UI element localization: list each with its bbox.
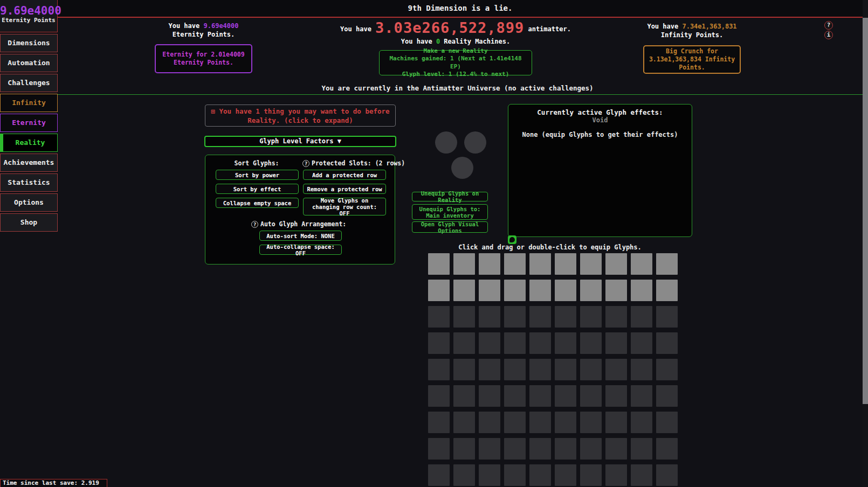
glyph-slot[interactable] [631, 464, 652, 486]
sidebar-item-options[interactable]: Options [0, 193, 58, 212]
glyph-slot[interactable] [580, 438, 602, 460]
sidebar-item-eternity[interactable]: Eternity [0, 114, 58, 132]
unequip-destination-button[interactable]: Unequip Glyphs to: Main inventory [412, 204, 488, 220]
glyph-cosmetics-button[interactable] [508, 235, 516, 244]
glyph-slot[interactable] [428, 306, 450, 328]
protected-glyph-slot[interactable] [656, 253, 678, 275]
question-mark-icon[interactable]: ? [251, 221, 258, 228]
glyph-slot[interactable] [479, 306, 500, 328]
glyph-equip-slot[interactable] [435, 131, 457, 154]
protected-glyph-slot[interactable] [428, 280, 450, 301]
glyph-slot[interactable] [504, 359, 526, 380]
pre-reality-warning[interactable]: ⊞ You have 1 thing you may want to do be… [205, 105, 396, 127]
glyph-slot[interactable] [555, 306, 576, 328]
glyph-slot[interactable] [605, 359, 627, 380]
unequip-on-reality-button[interactable]: Unequip Glyphs on Reality [412, 192, 488, 201]
glyph-slot[interactable] [453, 412, 475, 433]
protected-glyph-slot[interactable] [605, 253, 627, 275]
glyph-slot[interactable] [428, 412, 450, 433]
protected-glyph-slot[interactable] [428, 253, 450, 275]
glyph-slot[interactable] [504, 412, 526, 433]
add-protected-row-button[interactable]: Add a protected row [303, 170, 386, 180]
sort-by-effect-button[interactable]: Sort by effect [216, 184, 299, 194]
glyph-slot[interactable] [605, 464, 627, 486]
glyph-slot[interactable] [479, 412, 500, 433]
glyph-slot[interactable] [656, 438, 678, 460]
glyph-slot[interactable] [605, 306, 627, 328]
glyph-slot[interactable] [529, 306, 551, 328]
glyph-slot[interactable] [529, 464, 551, 486]
glyph-slot[interactable] [631, 385, 652, 407]
glyph-slot[interactable] [428, 385, 450, 407]
glyph-slot[interactable] [555, 438, 576, 460]
eternity-button[interactable]: Eternity for 2.01e4009 Eternity Points. [155, 44, 252, 73]
big-crunch-button[interactable]: Big Crunch for 3.13e1,363,834 Infinity P… [643, 45, 741, 74]
sort-by-power-button[interactable]: Sort by power [216, 170, 299, 180]
glyph-slot[interactable] [580, 332, 602, 354]
protected-glyph-slot[interactable] [605, 280, 627, 301]
glyph-slot[interactable] [656, 385, 678, 407]
glyph-slot[interactable] [555, 385, 576, 407]
glyph-slot[interactable] [453, 359, 475, 380]
glyph-slot[interactable] [631, 332, 652, 354]
sidebar-item-automation[interactable]: Automation [0, 54, 58, 72]
glyph-slot[interactable] [529, 359, 551, 380]
glyph-slot[interactable] [428, 359, 450, 380]
sidebar-item-dimensions[interactable]: Dimensions [0, 34, 58, 52]
protected-glyph-slot[interactable] [453, 253, 475, 275]
glyph-slot[interactable] [453, 438, 475, 460]
move-glyphs-toggle-button[interactable]: Move Glyphs on changing row count: OFF [303, 198, 386, 215]
glyph-slot[interactable] [428, 438, 450, 460]
glyph-equip-slot[interactable] [451, 157, 473, 179]
glyph-slot[interactable] [555, 359, 576, 380]
protected-glyph-slot[interactable] [656, 280, 678, 301]
sidebar-item-shop[interactable]: Shop [0, 213, 58, 232]
glyph-slot[interactable] [504, 385, 526, 407]
glyph-slot[interactable] [504, 306, 526, 328]
make-new-reality-button[interactable]: Make a new Reality Machines gained: 1 (N… [379, 50, 532, 75]
glyph-slot[interactable] [656, 332, 678, 354]
glyph-slot[interactable] [580, 464, 602, 486]
sidebar-item-achievements[interactable]: Achievements [0, 154, 58, 172]
glyph-slot[interactable] [428, 332, 450, 354]
glyph-slot[interactable] [631, 438, 652, 460]
scrollbar-thumb[interactable] [863, 18, 868, 404]
info-icon[interactable]: i [824, 31, 833, 39]
glyph-slot[interactable] [504, 332, 526, 354]
glyph-slot[interactable] [605, 412, 627, 433]
protected-glyph-slot[interactable] [479, 253, 500, 275]
protected-glyph-slot[interactable] [529, 253, 551, 275]
glyph-slot[interactable] [580, 412, 602, 433]
sidebar-item-statistics[interactable]: Statistics [0, 173, 58, 192]
glyph-slot[interactable] [631, 359, 652, 380]
glyph-slot[interactable] [656, 306, 678, 328]
glyph-slot[interactable] [656, 359, 678, 380]
protected-glyph-slot[interactable] [631, 253, 652, 275]
collapse-empty-space-button[interactable]: Collapse empty space [216, 198, 299, 208]
protected-glyph-slot[interactable] [504, 253, 526, 275]
glyph-slot[interactable] [555, 332, 576, 354]
protected-glyph-slot[interactable] [479, 280, 500, 301]
question-mark-icon[interactable]: ? [302, 160, 309, 167]
glyph-slot[interactable] [555, 464, 576, 486]
protected-glyph-slot[interactable] [555, 280, 576, 301]
help-icon[interactable]: ? [824, 21, 833, 30]
glyph-slot[interactable] [580, 306, 602, 328]
glyph-slot[interactable] [656, 412, 678, 433]
glyph-slot[interactable] [504, 438, 526, 460]
glyph-slot[interactable] [555, 412, 576, 433]
auto-sort-mode-button[interactable]: Auto-sort Mode: NONE [259, 231, 342, 241]
glyph-slot[interactable] [453, 385, 475, 407]
glyph-slot[interactable] [631, 412, 652, 433]
glyph-slot[interactable] [656, 464, 678, 486]
protected-glyph-slot[interactable] [555, 253, 576, 275]
glyph-slot[interactable] [580, 385, 602, 407]
protected-glyph-slot[interactable] [529, 280, 551, 301]
protected-glyph-slot[interactable] [504, 280, 526, 301]
glyph-equip-slot[interactable] [464, 131, 486, 154]
glyph-slot[interactable] [479, 359, 500, 380]
glyph-slot[interactable] [479, 385, 500, 407]
protected-glyph-slot[interactable] [453, 280, 475, 301]
glyph-slot[interactable] [529, 385, 551, 407]
glyph-slot[interactable] [453, 306, 475, 328]
